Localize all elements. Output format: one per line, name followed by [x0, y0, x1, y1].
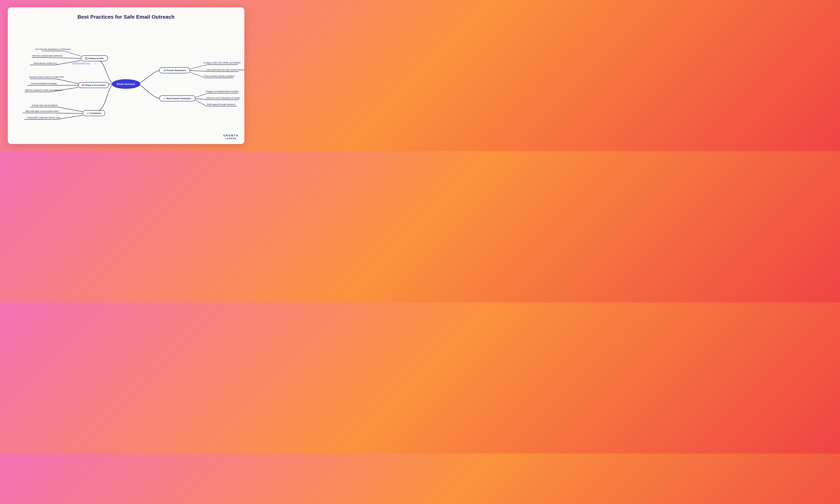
- svg-text:): ): [95, 62, 96, 64]
- svg-line-31: [55, 113, 83, 113]
- svg-text:Configure DNS, SPF, DKIM, and : Configure DNS, SPF, DKIM, and DMARC: [204, 62, 241, 64]
- svg-text:Research Ideal Customer Profil: Research Ideal Customer Profile (ICP): [29, 76, 64, 78]
- svg-line-39: [190, 65, 207, 69]
- svg-line-56: [195, 100, 206, 106]
- svg-line-34: [57, 115, 83, 120]
- svg-text:info@company.com: info@company.com: [72, 62, 90, 64]
- svg-text:Remove undeliverable addresses: Remove undeliverable addresses: [32, 55, 63, 57]
- svg-line-28: [58, 107, 83, 112]
- svg-text:🔗 Multi-Channel Strategies: 🔗 Multi-Channel Strategies: [163, 97, 191, 100]
- svg-line-7: [48, 58, 81, 58]
- svg-text:Engage on LinkedIn before emai: Engage on LinkedIn before emailing: [206, 90, 238, 92]
- svg-text:Address recipient's needs and : Address recipient's needs and challenges: [25, 89, 63, 91]
- svg-line-45: [190, 72, 206, 78]
- svg-text:Build rapport through relevanc: Build rapport through relevance: [207, 103, 235, 105]
- brand-logo: GROWTH LONDON: [223, 134, 238, 140]
- svg-text:🎯 Target & Personalise: 🎯 Target & Personalise: [82, 84, 106, 86]
- svg-text:📋 Compliance: 📋 Compliance: [86, 112, 101, 114]
- svg-text:Include clear opt-out options: Include clear opt-out options: [32, 104, 58, 106]
- svg-text:🌐 Domain Reputation: 🌐 Domain Reputation: [164, 69, 186, 72]
- svg-text:Protect primary domain reputat: Protect primary domain reputation: [204, 75, 235, 77]
- svg-text:Use tools like Zerobounce or D: Use tools like Zerobounce or Debounce: [35, 48, 71, 50]
- main-card: Best Practices for Safe Email Outreach E…: [8, 7, 244, 144]
- svg-text:Use subdomains for high-volume: Use subdomains for high-volume outreach: [207, 69, 244, 71]
- svg-text:Craft personalised messages: Craft personalised messages: [31, 82, 57, 85]
- svg-text:Avoid generic emails (e.g.,: Avoid generic emails (e.g.,: [34, 62, 57, 64]
- svg-text:Email Outreach: Email Outreach: [117, 83, 135, 86]
- svg-text:✅ Validate Emails: ✅ Validate Emails: [85, 57, 104, 60]
- svg-text:Follow B2B 'Legitimate Interes: Follow B2B 'Legitimate Interest' rules: [27, 116, 61, 119]
- svg-line-4: [64, 51, 81, 56]
- svg-line-17: [56, 79, 79, 84]
- svg-text:Reference prior interactions i: Reference prior interactions in emails: [206, 97, 240, 99]
- svg-text:Align with legal communication: Align with legal communication basis: [25, 110, 58, 112]
